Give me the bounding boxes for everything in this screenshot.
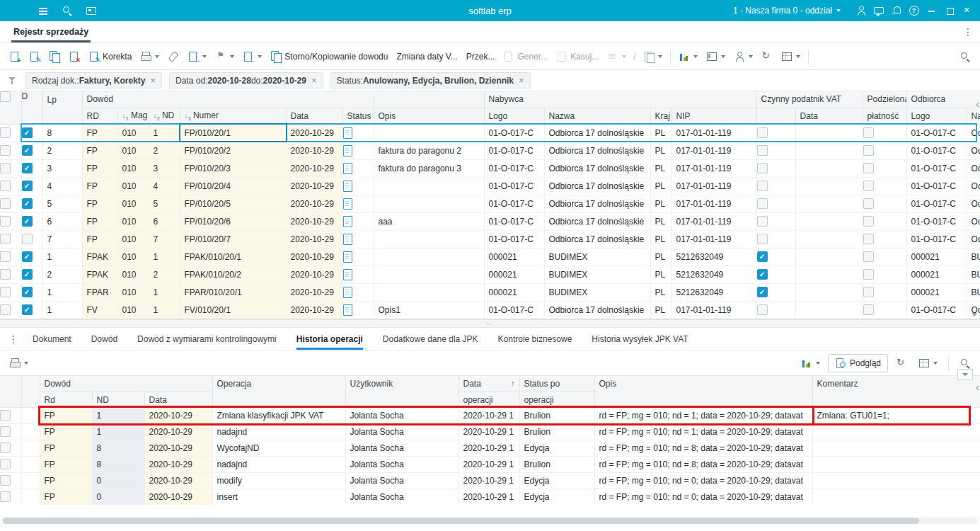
d-checkbox[interactable]	[22, 251, 33, 262]
cell-kraj[interactable]: PL	[650, 248, 671, 266]
col-header-nip[interactable]: NIP	[671, 108, 756, 124]
d-checkbox[interactable]	[22, 304, 33, 315]
delete-document-button[interactable]	[65, 47, 83, 67]
cell-data[interactable]: 2020-10-29	[144, 440, 212, 456]
cell-vat[interactable]	[756, 230, 795, 248]
cell-status[interactable]	[342, 159, 374, 177]
cell-odb-logo[interactable]: 01-O-017-C	[906, 230, 967, 248]
d-checkbox[interactable]	[22, 181, 33, 191]
cell-opis[interactable]: rd = FP; mg = 010; nd = 1; data = 2020-1…	[594, 407, 812, 423]
tab-historia-operacji[interactable]: Historia operacji	[296, 328, 363, 350]
col-header-lp[interactable]: Lp	[42, 91, 82, 124]
cell-odb-nazwa[interactable]: Odbiorca 17 dolnośląskie	[967, 124, 980, 142]
cell-nd[interactable]: 6	[149, 212, 180, 230]
cell-nab-logo[interactable]: 000021	[484, 283, 544, 301]
cell-select[interactable]	[0, 423, 21, 440]
cell-lp[interactable]: 6	[42, 212, 82, 230]
history-row[interactable]: FP02020-10-29insertJolanta Socha2020-10-…	[0, 489, 980, 505]
cell-rd[interactable]: FPAK	[82, 248, 117, 266]
cell-opis[interactable]: faktura do paragonu 3	[374, 159, 484, 177]
cell-vat-data[interactable]	[795, 195, 863, 212]
cell-odb-nazwa[interactable]: BUDIMEX	[967, 283, 980, 301]
cell-kraj[interactable]: PL	[650, 159, 671, 177]
col-header-numer[interactable]: ↓3Numer	[180, 108, 286, 124]
cell-nab-logo[interactable]: 000021	[484, 248, 544, 266]
filter-funnel-icon[interactable]	[7, 75, 18, 86]
cell-opis[interactable]: rd = FP; mg = 010; nd = 0; data = 2020-1…	[594, 489, 812, 505]
col-header-odb-logo[interactable]: Logo	[906, 108, 967, 124]
cell-uzytkownik[interactable]: Jolanta Socha	[345, 423, 459, 440]
cell-komentarz[interactable]	[812, 440, 980, 456]
cell-d[interactable]	[21, 124, 42, 142]
cell-select[interactable]	[0, 212, 21, 230]
cell-select[interactable]	[0, 124, 21, 142]
cell-vat-data[interactable]	[795, 124, 863, 142]
col-header-podzielona[interactable]: Podzielona	[863, 91, 906, 108]
kopiuj-widok-button[interactable]	[640, 47, 666, 67]
cell-nab-logo[interactable]: 000021	[484, 266, 544, 283]
cell-lp[interactable]: 7	[42, 230, 82, 248]
invoice-row[interactable]: 1FV0101FV/010/20/12020-10-29Opis101-O-01…	[0, 301, 980, 319]
row-checkbox[interactable]	[0, 163, 11, 173]
cell-vat[interactable]	[756, 124, 795, 142]
row-checkbox[interactable]	[0, 145, 11, 156]
d-checkbox[interactable]	[22, 216, 33, 227]
analizy-button[interactable]	[675, 47, 701, 67]
cell-nab-logo[interactable]: 01-O-017-C	[484, 301, 544, 319]
transfer-document-button[interactable]	[239, 47, 265, 67]
cell-data[interactable]: 2020-10-29	[144, 456, 212, 472]
cell-select[interactable]	[0, 440, 21, 456]
cell-status[interactable]	[342, 230, 374, 248]
close-button[interactable]	[958, 2, 976, 19]
cell-data[interactable]: 2020-10-29	[286, 248, 342, 266]
cell-data-operacji[interactable]: 2020-10-29 1	[459, 440, 519, 456]
cell-vat[interactable]	[756, 248, 795, 266]
zmiana-daty-button[interactable]: Zmiana daty V...	[393, 47, 461, 67]
cell-odb-logo[interactable]: 000021	[906, 283, 967, 301]
cell-status[interactable]	[342, 283, 374, 301]
cell-vat-data[interactable]	[795, 266, 863, 283]
cell-odb-logo[interactable]: 01-O-017-C	[906, 124, 967, 142]
cell-status-po[interactable]: Brulion	[519, 423, 594, 440]
cell-data[interactable]: 2020-10-29	[286, 212, 342, 230]
cell-komentarz[interactable]	[812, 456, 980, 472]
cell-vat[interactable]	[756, 266, 795, 283]
col-header-vat-check[interactable]	[756, 108, 795, 124]
cell-nip[interactable]: 017-01-01-119	[671, 177, 756, 195]
cell-odb-logo[interactable]: 01-O-017-C	[906, 177, 967, 195]
cell-operacja[interactable]: modify	[212, 472, 345, 489]
cell-kraj[interactable]: PL	[650, 301, 671, 319]
cell-nd[interactable]: 8	[92, 440, 144, 456]
history-print-button[interactable]	[6, 353, 32, 373]
col-header-data-operacji[interactable]: Data↑	[459, 376, 519, 392]
global-search-button[interactable]	[58, 2, 76, 19]
history-refresh-button[interactable]	[892, 353, 911, 373]
cell-select[interactable]	[0, 248, 21, 266]
tab-dowód-z-wymiarami-kontrolingowymi[interactable]: Dowód z wymiarami kontrolingowymi	[137, 328, 277, 350]
cell-opis[interactable]: faktura do paragonu 2	[374, 142, 484, 159]
storno-button[interactable]: Storno/Kopiowanie dowodu	[267, 47, 391, 67]
invoice-row[interactable]: 8FP0101FP/010/20/12020-10-2901-O-017-COd…	[0, 124, 980, 142]
row-checkbox[interactable]	[0, 251, 11, 262]
cell-status[interactable]	[342, 142, 374, 159]
cell-rd[interactable]: FV	[82, 301, 117, 319]
cell-mag[interactable]: 010	[117, 212, 149, 230]
copy-document-button[interactable]	[45, 47, 64, 67]
cell-nab-logo[interactable]: 01-O-017-C	[484, 159, 544, 177]
cell-data[interactable]: 2020-10-29	[286, 142, 342, 159]
cell-data[interactable]: 2020-10-29	[286, 159, 342, 177]
cell-uzytkownik[interactable]: Jolanta Socha	[345, 472, 459, 489]
cell-vat[interactable]	[756, 159, 795, 177]
cell-data[interactable]: 2020-10-29	[144, 423, 212, 440]
cell-nd[interactable]: 5	[149, 195, 180, 212]
row-checkbox[interactable]	[0, 459, 11, 469]
d-checkbox[interactable]	[22, 127, 33, 138]
cell-data[interactable]: 2020-10-29	[286, 124, 342, 142]
cell-numer[interactable]: FP/010/20/5	[180, 195, 286, 212]
cell-nab-nazwa[interactable]: Odbiorca 17 dolnośląskie	[544, 159, 650, 177]
cell-mag[interactable]: 010	[117, 248, 149, 266]
cell-nab-nazwa[interactable]: Odbiorca 17 dolnośląskie	[544, 142, 650, 159]
cell-kraj[interactable]: PL	[650, 212, 671, 230]
cell-uzytkownik[interactable]: Jolanta Socha	[345, 407, 459, 423]
cell-nab-nazwa[interactable]: BUDIMEX	[544, 283, 650, 301]
